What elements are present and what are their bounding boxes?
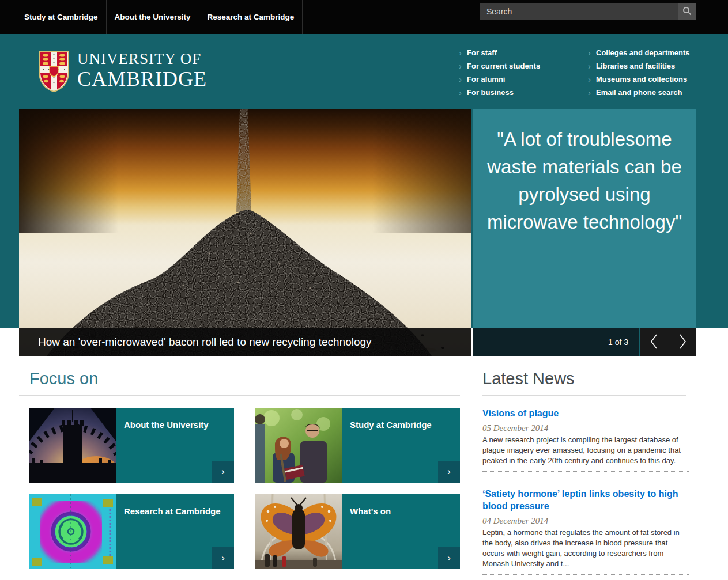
carousel-next-button[interactable] bbox=[668, 328, 696, 356]
hero-carousel-slide[interactable]: How an 'over-microwaved' bacon roll led … bbox=[19, 109, 471, 356]
link-label: Museums and collections bbox=[596, 75, 687, 84]
cambridge-shield-icon bbox=[38, 50, 70, 95]
tower-silhouette-image bbox=[29, 408, 116, 483]
audience-tabs: Study at Cambridge About the University … bbox=[16, 0, 303, 34]
university-logo[interactable]: UNIVERSITY OF CAMBRIDGE bbox=[38, 50, 207, 95]
tile-title: About the University bbox=[116, 408, 234, 430]
link-for-staff[interactable]: › For staff bbox=[459, 46, 583, 59]
tile-about-the-university[interactable]: About the University › bbox=[29, 408, 234, 483]
link-email-and-phone-search[interactable]: › Email and phone search bbox=[588, 86, 709, 99]
link-label: For business bbox=[467, 88, 514, 97]
carousel-page-indicator: 1 of 3 bbox=[608, 338, 628, 347]
latest-news-heading: Latest News bbox=[482, 369, 575, 388]
tile-title: What's on bbox=[342, 494, 460, 516]
news-item: Visions of plague 05 December 2014 A new… bbox=[482, 407, 689, 472]
tile-research-at-cambridge[interactable]: Research at Cambridge › bbox=[29, 494, 234, 569]
butterfly-exhibit-image bbox=[255, 494, 342, 569]
tile-panel: Research at Cambridge › bbox=[116, 494, 234, 569]
focus-on-heading: Focus on bbox=[29, 369, 98, 388]
news-dotted-divider bbox=[482, 574, 689, 575]
link-for-current-students[interactable]: › For current students bbox=[459, 59, 583, 73]
chevron-right-icon: › bbox=[459, 88, 462, 97]
link-label: Libraries and facilities bbox=[596, 62, 675, 70]
logo-wordmark: UNIVERSITY OF CAMBRIDGE bbox=[77, 50, 207, 90]
link-for-alumni[interactable]: › For alumni bbox=[459, 73, 583, 86]
tile-arrow-button[interactable]: › bbox=[212, 547, 234, 569]
chevron-right-icon: › bbox=[588, 75, 591, 84]
chevron-right-icon: › bbox=[221, 466, 225, 477]
chevron-right-icon bbox=[677, 333, 688, 352]
carousel-controls bbox=[639, 328, 696, 356]
news-headline-visions-of-plague[interactable]: Visions of plague bbox=[482, 407, 689, 419]
link-label: For alumni bbox=[467, 75, 505, 84]
tile-arrow-button[interactable]: › bbox=[438, 461, 460, 483]
thermal-microscopy-image bbox=[29, 494, 116, 569]
hero-quote-panel: "A lot of troublesome waste materials ca… bbox=[473, 109, 696, 328]
tile-panel: Study at Cambridge › bbox=[342, 408, 460, 483]
logo-line-1: UNIVERSITY OF bbox=[77, 50, 207, 68]
link-label: For current students bbox=[467, 62, 540, 70]
chevron-right-icon: › bbox=[459, 48, 462, 57]
news-date: 04 December 2014 bbox=[482, 516, 689, 526]
link-colleges-and-departments[interactable]: › Colleges and departments bbox=[588, 46, 709, 59]
chevron-left-icon bbox=[649, 333, 659, 352]
chevron-right-icon: › bbox=[588, 88, 591, 97]
tile-study-at-cambridge[interactable]: Study at Cambridge › bbox=[255, 408, 460, 483]
link-for-business[interactable]: › For business bbox=[459, 86, 583, 99]
search-icon bbox=[682, 6, 692, 17]
hero-quote-text: "A lot of troublesome waste materials ca… bbox=[478, 126, 691, 236]
latest-news-divider bbox=[482, 395, 686, 396]
tile-arrow-button[interactable]: › bbox=[212, 461, 234, 483]
news-headline-satiety-hormone[interactable]: ‘Satiety hormone’ leptin links obesity t… bbox=[482, 488, 689, 512]
tile-arrow-button[interactable]: › bbox=[438, 547, 460, 569]
link-libraries-and-facilities[interactable]: › Libraries and facilities bbox=[588, 59, 709, 73]
news-summary: Leptin, a hormone that regulates the amo… bbox=[482, 528, 689, 569]
news-summary: A new research project is compiling the … bbox=[482, 435, 689, 466]
chevron-right-icon: › bbox=[221, 552, 225, 564]
chevron-right-icon: › bbox=[588, 48, 591, 57]
hero-caption-link[interactable]: How an 'over-microwaved' bacon roll led … bbox=[19, 328, 471, 356]
carousel-pagination: 1 of 3 bbox=[473, 328, 639, 356]
carousel-prev-button[interactable] bbox=[640, 328, 668, 356]
top-nav-bar: Study at Cambridge About the University … bbox=[0, 0, 728, 34]
search-button[interactable] bbox=[678, 3, 696, 20]
chevron-right-icon: › bbox=[588, 62, 591, 70]
tab-about-the-university[interactable]: About the University bbox=[106, 0, 199, 34]
tile-whats-on[interactable]: What's on › bbox=[255, 494, 460, 569]
chevron-right-icon: › bbox=[447, 466, 451, 477]
news-dotted-divider bbox=[482, 471, 689, 472]
tile-title: Study at Cambridge bbox=[342, 408, 460, 430]
focus-on-divider bbox=[19, 395, 460, 396]
hero-image-pyrolysed-material bbox=[19, 109, 471, 356]
logo-line-2: CAMBRIDGE bbox=[77, 68, 207, 90]
news-date: 05 December 2014 bbox=[482, 423, 689, 433]
tile-panel: About the University › bbox=[116, 408, 234, 483]
link-label: Email and phone search bbox=[596, 88, 682, 97]
chevron-right-icon: › bbox=[447, 552, 451, 564]
link-label: For staff bbox=[467, 48, 497, 57]
news-item: ‘Satiety hormone’ leptin links obesity t… bbox=[482, 488, 689, 575]
link-museums-and-collections[interactable]: › Museums and collections bbox=[588, 73, 709, 86]
search-input[interactable] bbox=[480, 3, 678, 20]
link-label: Colleges and departments bbox=[596, 48, 690, 57]
chevron-right-icon: › bbox=[459, 75, 462, 84]
chevron-right-icon: › bbox=[459, 62, 462, 70]
students-walking-image bbox=[255, 408, 342, 483]
quick-links-column-1: › For staff › For current students › For… bbox=[459, 46, 583, 99]
tile-title: Research at Cambridge bbox=[116, 494, 234, 516]
search-box bbox=[480, 3, 696, 20]
cambridge-homepage: Study at Cambridge About the University … bbox=[0, 0, 728, 580]
quick-links-column-2: › Colleges and departments › Libraries a… bbox=[588, 46, 709, 99]
tab-research-at-cambridge[interactable]: Research at Cambridge bbox=[199, 0, 303, 34]
tile-panel: What's on › bbox=[342, 494, 460, 569]
tab-study-at-cambridge[interactable]: Study at Cambridge bbox=[16, 0, 106, 34]
